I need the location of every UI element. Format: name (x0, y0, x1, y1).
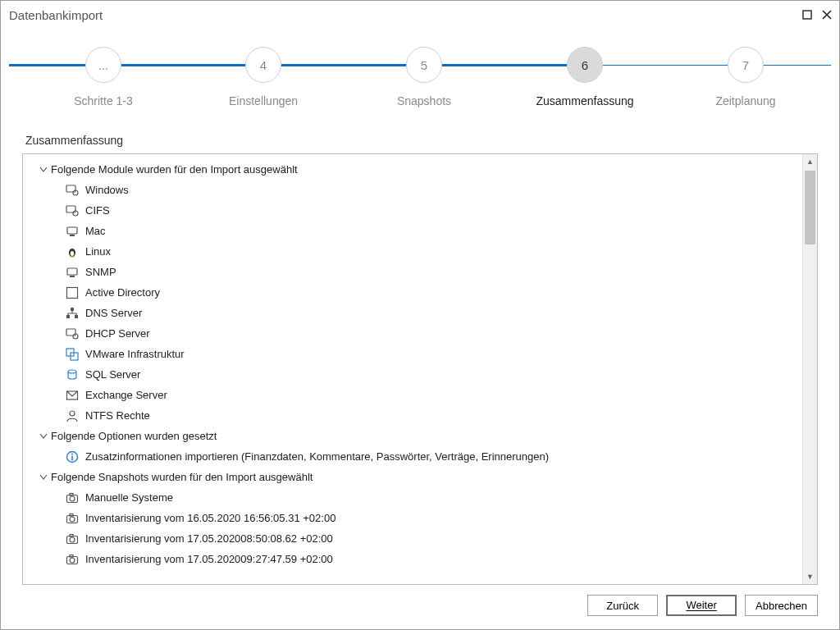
summary-tree: Folgende Module wurden für den Import au… (22, 153, 818, 585)
tree-item-label: Inventarisierung vom 17.05.202009:27:47.… (85, 553, 333, 565)
snmp-icon (66, 266, 79, 279)
step-label-schedule: Zeitplanung (715, 94, 775, 107)
step-node-settings[interactable]: 4 (245, 47, 281, 83)
step-node-summary[interactable]: 6 (567, 47, 603, 83)
vmware-icon (66, 348, 79, 361)
tree-item-label: Linux (85, 245, 111, 258)
step-node-snapshots[interactable]: 5 (406, 47, 442, 83)
cancel-button[interactable]: Abbrechen (745, 595, 818, 616)
step-label-snapshots: Snapshots (397, 94, 451, 107)
svg-rect-0 (803, 11, 811, 19)
tree-group[interactable]: Folgende Snapshots wurden für den Import… (23, 467, 802, 487)
tree-item-label: Zusatzinformationen importieren (Finanzd… (85, 450, 549, 463)
section-heading: Zusammenfassung (1, 122, 839, 153)
dialog-window: Datenbankimport ... 4 5 6 7 Schritte 1-3… (0, 0, 840, 630)
camera-icon (66, 532, 79, 546)
close-button[interactable] (819, 7, 834, 22)
tree-item-label: CIFS (85, 204, 110, 217)
tree-item[interactable]: Inventarisierung vom 17.05.202008:50:08.… (23, 528, 802, 549)
step-label-1-3: Schritte 1-3 (74, 94, 133, 107)
cifs-icon (66, 204, 79, 217)
scroll-up-button[interactable]: ▲ (803, 154, 817, 169)
tree-item[interactable]: Inventarisierung vom 17.05.202009:27:47.… (23, 549, 802, 569)
ntfs-icon (66, 409, 79, 422)
chevron-down-icon (39, 473, 48, 482)
maximize-button[interactable] (800, 7, 815, 22)
tree-item[interactable]: Inventarisierung vom 16.05.2020 16:56:05… (23, 508, 802, 528)
step-node-1-3[interactable]: ... (85, 47, 121, 83)
tree-item-label: DHCP Server (85, 327, 150, 340)
camera-icon (66, 553, 79, 566)
tree-item[interactable]: NTFS Rechte (23, 405, 802, 426)
step-label-settings: Einstellungen (229, 94, 298, 107)
tree-item[interactable]: DHCP Server (23, 323, 802, 344)
tree-item-label: SQL Server (85, 368, 140, 381)
tree-item-label: Mac (85, 225, 106, 237)
camera-icon (66, 491, 79, 504)
windows-icon (66, 184, 79, 197)
scroll-down-button[interactable]: ▼ (803, 569, 817, 584)
tree-group-title: Folgende Snapshots wurden für den Import… (51, 471, 313, 483)
tree-item[interactable]: VMware Infrastruktur (23, 344, 802, 364)
wizard-stepper: ... 4 5 6 7 Schritte 1-3 Einstellungen S… (1, 29, 839, 122)
next-button[interactable]: Weiter (666, 595, 737, 616)
dns-icon (66, 307, 79, 320)
camera-icon (66, 512, 79, 525)
tree-item-label: DNS Server (85, 307, 142, 319)
tree-item-label: Exchange Server (85, 389, 167, 401)
step-label-summary: Zusammenfassung (536, 94, 633, 107)
tree-item-label: NTFS Rechte (85, 409, 150, 422)
tree-group[interactable]: Folgende Module wurden für den Import au… (23, 159, 802, 180)
tree-item-label: Inventarisierung vom 17.05.202008:50:08.… (85, 532, 333, 545)
tree-item-label: Manuelle Systeme (85, 491, 173, 504)
tree-group-title: Folgende Module wurden für den Import au… (51, 163, 298, 176)
tree-item-label: Active Directory (85, 286, 160, 299)
scrollbar[interactable]: ▲ ▼ (802, 154, 817, 584)
chevron-down-icon (39, 432, 48, 441)
step-node-schedule[interactable]: 7 (728, 47, 764, 83)
exchange-icon (66, 389, 79, 402)
tree-group[interactable]: Folgende Optionen wurden gesetzt (23, 426, 802, 446)
tree-item-label: VMware Infrastruktur (85, 348, 185, 360)
back-button[interactable]: Zurück (587, 595, 658, 616)
linux-icon (66, 245, 79, 258)
tree-item[interactable]: Manuelle Systeme (23, 487, 802, 508)
tree-item[interactable]: Zusatzinformationen importieren (Finanzd… (23, 446, 802, 467)
tree-item[interactable]: SQL Server (23, 364, 802, 385)
dialog-footer: Zurück Weiter Abbrechen (1, 585, 839, 629)
tree-item[interactable]: Linux (23, 241, 802, 262)
tree-item[interactable]: Active Directory (23, 282, 802, 303)
tree-item-label: Windows (85, 184, 129, 196)
sql-icon (66, 368, 79, 381)
mac-icon (66, 225, 79, 238)
tree-item-label: SNMP (85, 266, 116, 278)
tree-group-title: Folgende Optionen wurden gesetzt (51, 430, 217, 442)
tree-item[interactable]: SNMP (23, 262, 802, 282)
info-icon (66, 450, 79, 463)
window-title: Datenbankimport (9, 8, 103, 22)
tree-item[interactable]: Exchange Server (23, 385, 802, 405)
scroll-thumb[interactable] (805, 171, 815, 244)
chevron-down-icon (39, 166, 48, 174)
tree-item[interactable]: Windows (23, 180, 802, 200)
titlebar: Datenbankimport (1, 1, 839, 29)
tree-item-label: Inventarisierung vom 16.05.2020 16:56:05… (85, 512, 336, 524)
ad-icon (66, 286, 79, 299)
dhcp-icon (66, 327, 79, 340)
tree-item[interactable]: DNS Server (23, 303, 802, 323)
tree-item[interactable]: Mac (23, 221, 802, 241)
tree-item[interactable]: CIFS (23, 200, 802, 221)
